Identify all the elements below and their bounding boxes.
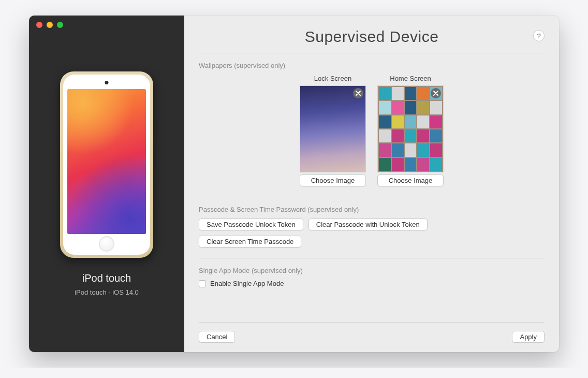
title-bar: Supervised Device ? <box>199 28 545 53</box>
apply-button[interactable]: Apply <box>512 331 545 343</box>
close-icon <box>433 91 438 96</box>
enable-single-app-mode-label: Enable Single App Mode <box>210 280 284 287</box>
device-name-label: iPod touch <box>82 272 131 284</box>
clear-home-wallpaper-button[interactable] <box>431 88 441 98</box>
device-home-button-icon <box>99 236 114 252</box>
passcode-section-label: Passcode & Screen Time Password (supervi… <box>199 206 545 213</box>
device-screen-preview <box>67 89 146 234</box>
clear-screentime-passcode-button[interactable]: Clear Screen Time Passcode <box>199 236 301 248</box>
single-app-mode-section: Single App Mode (supervised only) Enable… <box>199 258 545 287</box>
close-icon <box>356 91 361 96</box>
zoom-window-button[interactable] <box>57 22 63 28</box>
enable-single-app-mode-row[interactable]: Enable Single App Mode <box>199 280 545 287</box>
device-preview <box>60 71 153 258</box>
choose-lock-image-button[interactable]: Choose Image <box>300 175 366 186</box>
choose-home-image-button[interactable]: Choose Image <box>377 175 444 186</box>
device-sidebar: iPod touch iPod touch - iOS 14.0 <box>29 16 184 352</box>
home-screen-title: Home Screen <box>390 75 431 82</box>
help-icon: ? <box>537 32 540 40</box>
lock-screen-title: Lock Screen <box>314 75 351 82</box>
device-subtitle-label: iPod touch - iOS 14.0 <box>75 288 139 296</box>
lock-screen-wallpaper-preview[interactable] <box>300 85 366 172</box>
help-button[interactable]: ? <box>533 30 545 41</box>
footer-bar: Cancel Apply <box>199 322 545 343</box>
save-passcode-token-button[interactable]: Save Passcode Unlock Token <box>199 219 303 230</box>
cancel-button[interactable]: Cancel <box>199 331 235 343</box>
home-wallpaper-tiles <box>378 86 443 172</box>
page-title: Supervised Device <box>305 28 439 46</box>
lock-screen-column: Lock Screen Choose Image <box>300 75 366 186</box>
minimize-window-button[interactable] <box>47 22 53 28</box>
window-controls <box>36 22 63 28</box>
enable-single-app-mode-checkbox[interactable] <box>199 280 206 287</box>
clear-lock-wallpaper-button[interactable] <box>353 88 363 98</box>
single-app-section-label: Single App Mode (supervised only) <box>199 267 545 274</box>
home-screen-column: Home Screen Choose Image <box>377 75 444 186</box>
close-window-button[interactable] <box>36 22 42 28</box>
home-screen-wallpaper-preview[interactable] <box>377 85 444 172</box>
wallpapers-section: Wallpapers (supervised only) Lock Screen… <box>199 53 545 197</box>
app-window: iPod touch iPod touch - iOS 14.0 Supervi… <box>29 16 559 352</box>
main-pane: Supervised Device ? Wallpapers (supervis… <box>184 16 559 352</box>
clear-passcode-token-button[interactable]: Clear Passcode with Unlock Token <box>308 219 428 230</box>
wallpapers-section-label: Wallpapers (supervised only) <box>199 62 545 69</box>
passcode-section: Passcode & Screen Time Password (supervi… <box>199 197 545 258</box>
device-camera-icon <box>105 81 109 84</box>
